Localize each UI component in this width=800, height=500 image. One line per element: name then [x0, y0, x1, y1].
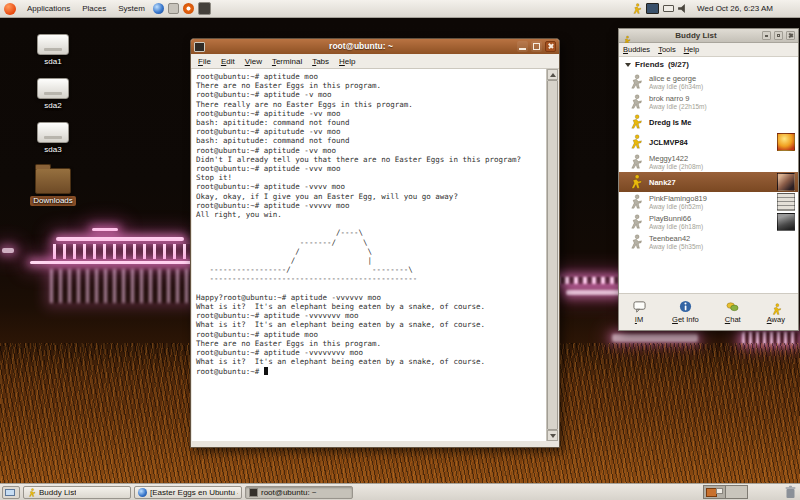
bottom-taskbar: Buddy List [Easter Eggs en Ubuntu -... r… [0, 483, 800, 500]
buddy-row[interactable]: Teenbean42 Away Idle (5h35m) [619, 232, 798, 252]
group-expand-triangle-icon [625, 63, 631, 67]
panel-menu-item[interactable]: System [112, 2, 151, 15]
taskbar-task-button[interactable]: root@ubuntu: ~ [245, 486, 353, 499]
terminal-window: root@ubuntu: ~ FileEditViewTerminalTabsH… [190, 38, 560, 448]
close-button[interactable] [545, 41, 556, 52]
buddy-status-text: Away Idle (6h34m) [649, 83, 798, 91]
desktop-icon[interactable]: sda2 [16, 78, 90, 119]
clock[interactable]: Wed Oct 26, 6:23 AM [697, 4, 773, 13]
menubar-item[interactable]: Buddies [619, 45, 654, 54]
buddy-row[interactable]: JCLMVP84 [619, 132, 798, 152]
trash-icon[interactable] [784, 485, 797, 499]
buddy-toolbar: IM Get Info Chat [619, 293, 798, 330]
task-window-icon [27, 488, 36, 497]
minimize-button[interactable] [517, 41, 528, 52]
scroll-up-arrow-icon[interactable] [547, 69, 558, 80]
menubar-item[interactable]: File [193, 57, 216, 66]
menubar-item[interactable]: View [240, 57, 267, 66]
neon-light [92, 228, 118, 231]
terminal-titlebar[interactable]: root@ubuntu: ~ [191, 39, 559, 54]
firefox-launcher-icon[interactable] [153, 3, 164, 14]
buddy-toolbar-icon [632, 300, 646, 313]
buddy-status-text: Away Idle (6h52m) [649, 203, 798, 211]
buddy-list-window: Buddy List BuddiesToolsHelp Friends (9/2… [618, 28, 799, 331]
buddy-menubar: BuddiesToolsHelp [619, 43, 798, 57]
buddy-status-icon [628, 74, 643, 89]
buddy-status-icon [628, 194, 643, 209]
taskbar-task-button[interactable]: [Easter Eggs en Ubuntu -... [134, 486, 242, 499]
neon-light [56, 237, 184, 241]
buddy-status-text: Away Idle (5h35m) [649, 243, 798, 251]
pidgin-status-icon[interactable] [631, 3, 642, 14]
menubar-item[interactable]: Terminal [267, 57, 307, 66]
terminal-menubar: FileEditViewTerminalTabsHelp [191, 54, 559, 69]
away-person-icon [770, 301, 782, 313]
taskbar-task-button[interactable]: Buddy List [23, 486, 131, 499]
buddy-toolbar-icon [726, 300, 740, 313]
maximize-button[interactable] [531, 41, 542, 52]
buddy-group-header[interactable]: Friends (9/27) [619, 57, 798, 72]
desktop-icon[interactable]: sda1 [16, 34, 90, 75]
buddy-name: Teenbean42 [649, 234, 798, 243]
volume-icon[interactable] [678, 4, 687, 13]
desktop-icon[interactable]: Downloads [16, 166, 90, 207]
minimize-button[interactable] [762, 31, 771, 40]
menubar-item[interactable]: Tabs [307, 57, 334, 66]
panel-menu-item[interactable]: Places [76, 2, 112, 15]
buddy-row[interactable]: brok narro 9 Away Idle (22h15m) [619, 92, 798, 112]
ubuntu-logo-icon[interactable] [4, 3, 16, 15]
buddy-name: JCLMVP84 [649, 138, 798, 147]
buddy-row[interactable]: Dredg Is Me [619, 112, 798, 132]
buddy-avatar [777, 133, 795, 151]
network-icon[interactable] [646, 3, 659, 14]
buddy-row[interactable]: alice e george Away Idle (6h34m) [619, 72, 798, 92]
task-label: root@ubuntu: ~ [261, 488, 317, 497]
update-notifier-icon[interactable] [183, 3, 194, 14]
buddy-toolbar-label: Get Info [672, 315, 699, 324]
menubar-item[interactable]: Help [334, 57, 360, 66]
scrollbar-thumb[interactable] [547, 80, 558, 430]
buddy-toolbar-label: Away [767, 315, 785, 324]
battery-icon[interactable] [663, 5, 674, 12]
workspace-cell[interactable] [725, 486, 747, 498]
desktop-icon[interactable]: sda3 [16, 122, 90, 163]
buddy-toolbar-button[interactable]: IM [628, 298, 650, 326]
close-button[interactable] [786, 31, 795, 40]
terminal-body[interactable]: root@ubuntu:~# aptitude moo There are no… [192, 69, 546, 441]
show-desktop-button[interactable] [2, 486, 20, 499]
buddy-rows: alice e george Away Idle (6h34m) brok na… [619, 72, 798, 293]
buddy-status-icon [628, 234, 643, 249]
scroll-down-arrow-icon[interactable] [547, 430, 558, 441]
buddy-row[interactable]: Nank27 [619, 172, 798, 192]
desktop-icons: sda1 sda2 sda3 Downloads [16, 34, 90, 207]
buddy-window-icon [622, 31, 631, 41]
menubar-item[interactable]: Edit [216, 57, 240, 66]
buddy-row[interactable]: PlayBunni66 Away Idle (6h18m) [619, 212, 798, 232]
task-label: Buddy List [39, 488, 76, 497]
task-window-icon [138, 488, 147, 497]
buddy-titlebar[interactable]: Buddy List [619, 29, 798, 43]
terminal-launcher-icon[interactable] [198, 2, 211, 15]
menubar-item[interactable]: Tools [654, 45, 680, 54]
buddy-row[interactable]: Meggy1422 Away Idle (2h08m) [619, 152, 798, 172]
buddy-toolbar-button[interactable]: Away [763, 298, 789, 326]
buddy-status-icon [628, 174, 643, 189]
neon-light [2, 248, 14, 253]
buddy-toolbar-button[interactable]: Chat [721, 298, 745, 326]
search-icon[interactable] [168, 3, 179, 14]
buddy-row[interactable]: PinkFlamingo819 Away Idle (6h52m) [619, 192, 798, 212]
buddy-name: Dredg Is Me [649, 118, 798, 127]
menubar-item[interactable]: Help [680, 45, 703, 54]
panel-menu-item[interactable]: Applications [21, 2, 76, 15]
workspace-cell[interactable] [704, 486, 725, 498]
buddy-toolbar-icon [769, 300, 783, 313]
maximize-button[interactable] [774, 31, 783, 40]
terminal-output: root@ubuntu:~# aptitude moo There are no… [192, 69, 546, 376]
neon-light [566, 290, 622, 295]
terminal-scrollbar[interactable] [546, 69, 558, 441]
buddy-name: PlayBunni66 [649, 214, 798, 223]
panel-notification-area: Wed Oct 26, 6:23 AM [629, 3, 800, 14]
buddy-name: Meggy1422 [649, 154, 798, 163]
buddy-toolbar-button[interactable]: Get Info [668, 298, 703, 326]
buddy-toolbar-label: Chat [725, 315, 741, 324]
